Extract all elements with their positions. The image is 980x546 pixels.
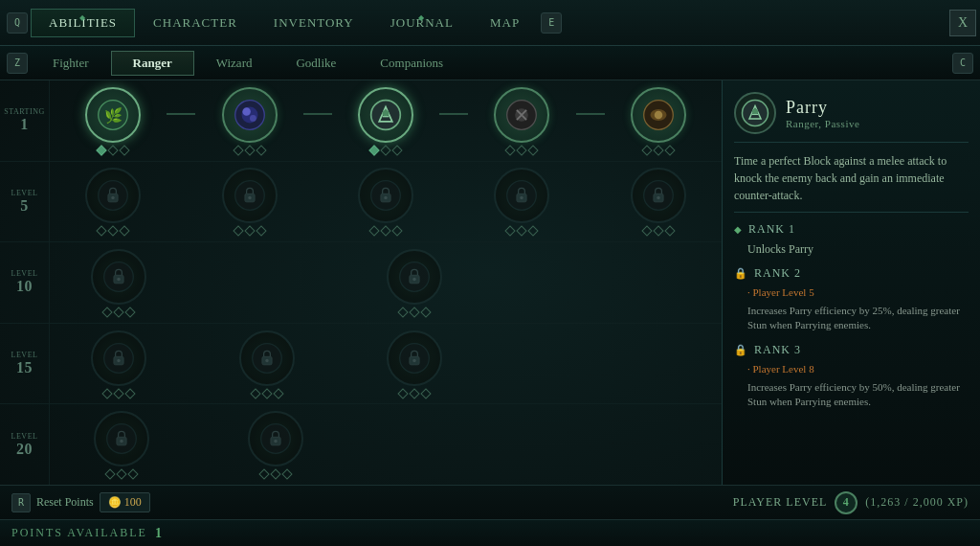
dot: [409, 307, 419, 317]
skill-icon-2-5[interactable]: [631, 168, 686, 223]
dot: [653, 226, 663, 237]
skill-icon-4-2[interactable]: [239, 330, 295, 386]
tab-abilities[interactable]: ABILITIES: [31, 9, 135, 37]
dot: [114, 307, 124, 317]
rank-1-unlock: Unlocks Parry: [734, 242, 969, 257]
skill-icon-1-1[interactable]: 🌿: [85, 87, 141, 143]
skill-icon-1-2[interactable]: [222, 87, 278, 143]
skill-icon-2-3[interactable]: [358, 168, 413, 223]
xp-text: (1,263 / 2,000 XP): [865, 495, 969, 510]
dot: [125, 388, 136, 398]
svg-text:🌿: 🌿: [104, 106, 123, 125]
skills-row-4: [50, 330, 722, 398]
dot: [125, 307, 136, 317]
dot: [244, 226, 255, 237]
skill-icon-5-2[interactable]: [248, 411, 303, 466]
top-nav: Q ABILITIES CHARACTER INVENTORY JOURNAL …: [0, 0, 980, 46]
skill-icon-3-3[interactable]: [387, 249, 442, 305]
dot: [258, 469, 269, 480]
rank-3-label: RANK 3: [754, 343, 801, 357]
connector-h: [576, 113, 605, 115]
skill-icon-3-1[interactable]: [91, 249, 146, 305]
svg-point-45: [121, 440, 123, 443]
rank-3-header: 🔒 RANK 3: [734, 343, 969, 357]
subtab-godlike[interactable]: Godlike: [274, 51, 358, 76]
dot: [108, 226, 119, 237]
dot: [108, 145, 119, 155]
dot: [420, 307, 431, 317]
grid-inner: STARTING 1 🌿: [0, 80, 722, 485]
skill-col-1-2: [195, 87, 302, 154]
dot: [128, 469, 139, 480]
detail-icon: [734, 92, 776, 134]
rank-3-desc: Increases Parry efficiency by 50%, deali…: [734, 380, 969, 410]
svg-point-15: [112, 196, 115, 199]
svg-point-30: [118, 278, 121, 281]
skill-dots-3-1: [103, 308, 134, 316]
dot: [664, 145, 675, 155]
grid-row-1: STARTING 1 🌿: [0, 80, 722, 162]
dot: [409, 388, 419, 398]
dot: [368, 226, 379, 237]
dot: [397, 388, 408, 398]
dot: [256, 226, 266, 237]
close-button[interactable]: X: [949, 10, 976, 36]
dot: [233, 145, 243, 155]
skills-row-3: [50, 249, 722, 316]
svg-point-48: [274, 440, 277, 443]
svg-point-24: [521, 196, 523, 199]
detail-subtitle: Ranger, Passive: [786, 118, 859, 129]
rank-2-section: 🔒 RANK 2 · Player Level 5 Increases Parr…: [734, 266, 969, 333]
skill-icon-parry[interactable]: [358, 87, 413, 143]
tab-character[interactable]: CHARACTER: [135, 9, 256, 37]
subtab-fighter[interactable]: Fighter: [31, 51, 111, 76]
skill-col-2-5: [605, 168, 712, 235]
subtab-companions[interactable]: Companions: [358, 51, 465, 76]
skill-col-1-5: [605, 87, 712, 154]
dot: [420, 388, 431, 398]
dot: [391, 145, 402, 155]
skill-icon-2-1[interactable]: [85, 168, 141, 223]
rank-1-header: ◆ RANK 1: [734, 222, 969, 237]
skill-icon-1-4[interactable]: [494, 87, 549, 143]
coin-amount: 🪙 100: [100, 492, 150, 512]
subtab-wizard[interactable]: Wizard: [194, 51, 275, 76]
svg-point-33: [412, 278, 415, 281]
skill-dots-2-1: [98, 227, 128, 235]
skill-dots-2-3: [370, 227, 401, 235]
dot: [391, 226, 402, 237]
dot: [281, 469, 292, 480]
dot: [528, 226, 539, 237]
dot: [368, 145, 379, 155]
detail-header: Parry Ranger, Passive: [734, 92, 969, 143]
grid-row-5: LEVEL 20: [0, 404, 722, 485]
rank-3-lock-icon: 🔒: [734, 344, 748, 356]
subtab-ranger[interactable]: Ranger: [111, 51, 194, 76]
dot: [380, 145, 390, 155]
dot: [653, 145, 663, 155]
skill-col-4-3: [355, 330, 474, 398]
tab-map[interactable]: MAP: [472, 9, 538, 37]
skill-col-1-3: [332, 87, 439, 154]
level-label-1: STARTING 1: [0, 80, 50, 161]
tab-inventory[interactable]: INVENTORY: [256, 9, 372, 37]
bottom-bar: R Reset Points 🪙 100 PLAYER LEVEL 4 (1,2…: [0, 485, 980, 519]
skill-icon-4-3[interactable]: [387, 330, 442, 386]
skill-dots-5-1: [106, 470, 137, 478]
skill-icon-1-5[interactable]: [631, 87, 686, 143]
skill-col-2-3: [332, 168, 439, 235]
skill-icon-5-1[interactable]: [94, 411, 149, 466]
skill-icon-4-1[interactable]: [91, 330, 146, 386]
content-area: STARTING 1 🌿: [0, 80, 980, 485]
dot: [528, 145, 539, 155]
skill-dots-1-1: [98, 147, 128, 154]
svg-point-50: [752, 109, 758, 115]
skill-icon-2-4[interactable]: [494, 168, 549, 223]
svg-point-39: [265, 358, 268, 361]
skill-col-3-3: [355, 249, 474, 316]
main-container: Q ABILITIES CHARACTER INVENTORY JOURNAL …: [0, 0, 980, 546]
reset-label[interactable]: Reset Points: [36, 495, 94, 510]
skill-icon-2-2[interactable]: [222, 168, 278, 223]
player-level-circle: 4: [835, 491, 858, 514]
tab-journal[interactable]: JOURNAL: [372, 9, 472, 37]
